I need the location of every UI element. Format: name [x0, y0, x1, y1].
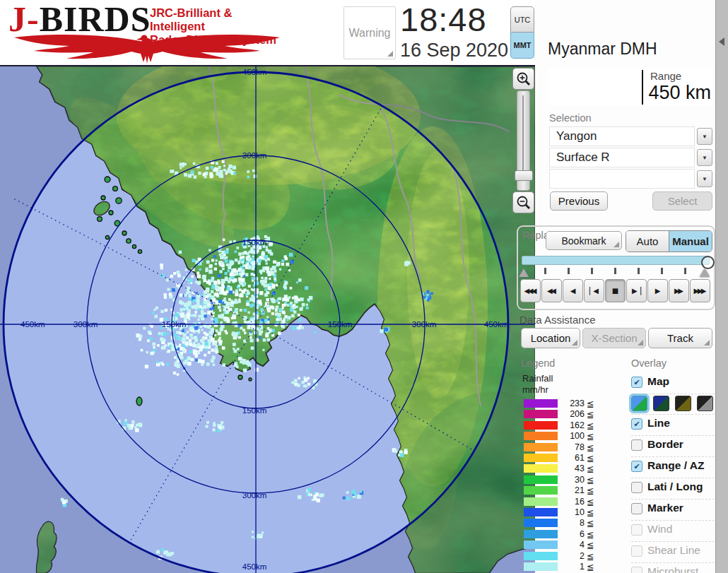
select-button[interactable]: Select	[652, 191, 712, 211]
legend-color-swatch	[524, 410, 558, 418]
map-style-swatch-2[interactable]	[653, 396, 669, 411]
range-ring-label: 300km	[412, 320, 437, 329]
corner-triangle-icon	[387, 51, 393, 57]
line-checkbox[interactable]: ✔	[631, 418, 642, 430]
legend-operator: ≦	[587, 475, 594, 485]
marker-checkbox[interactable]	[631, 503, 642, 514]
site-dropdown[interactable]: Yangon ▼	[549, 126, 712, 146]
extra-dropdown[interactable]: ▼	[549, 169, 712, 189]
data-assistance-label: Data Assistance	[519, 314, 596, 326]
skip-last-button[interactable]: ▶▶▶	[690, 279, 710, 302]
stop-button[interactable]: ■	[605, 279, 626, 302]
play-button[interactable]: ▶	[647, 279, 668, 302]
legend-value: 6	[559, 529, 585, 539]
lati-long-checkbox[interactable]	[631, 482, 642, 493]
legend-row: 10≦	[522, 508, 600, 517]
legend-color-swatch	[524, 540, 558, 549]
range-ring-label: 300km	[74, 320, 98, 329]
range-az-checkbox[interactable]: ✔	[631, 461, 642, 472]
overlay-row-marker[interactable]: Marker	[631, 499, 715, 520]
replay-slider[interactable]	[522, 254, 710, 278]
chevron-down-icon[interactable]: ▼	[697, 170, 712, 187]
legend-operator: ≦	[587, 518, 594, 528]
previous-button[interactable]: Previous	[550, 191, 608, 211]
location-button[interactable]: Location	[521, 328, 580, 348]
jbirds-app: J-BIRDS JRC-Brilliant & Intelligent Rada…	[0, 0, 728, 573]
legend-color-swatch	[524, 443, 558, 451]
range-ring-label: 150km	[328, 320, 353, 329]
radar-map[interactable]: 450km 300km 150km 150km 300km 450km 450k…	[0, 65, 535, 573]
legend-operator: ≦	[587, 453, 594, 463]
overlay-row-wind: Wind	[631, 520, 715, 541]
utc-toggle-button[interactable]: UTC	[510, 6, 534, 33]
rainfall-legend: Rainfall mm/hr 233≦206≦162≦100≦78≦61≦43≦…	[522, 373, 600, 396]
overlay-row-line[interactable]: ✔ Line	[631, 414, 715, 435]
legend-row: 162≦	[522, 421, 600, 430]
skip-first-button[interactable]: ◀◀◀	[520, 279, 541, 302]
legend-row: 16≦	[522, 497, 600, 507]
collapse-arrow-icon[interactable]	[719, 37, 724, 46]
overlay-row-map[interactable]: ✔ Map	[631, 373, 715, 394]
fast-rewind-button[interactable]: ◀◀	[541, 279, 562, 302]
range-ring-label: 450km	[242, 562, 267, 571]
bookmark-button[interactable]: Bookmark	[546, 231, 622, 250]
zoom-out-button[interactable]	[512, 191, 534, 213]
legend-row: 4≦	[522, 540, 600, 550]
zoom-in-button[interactable]	[512, 68, 534, 90]
map-style-swatch-1[interactable]	[631, 396, 647, 411]
slider-start-marker[interactable]	[519, 268, 529, 277]
legend-operator: ≦	[587, 442, 594, 453]
range-ring-label: 150km	[242, 406, 267, 415]
fast-forward-button[interactable]: ▶▶	[669, 279, 689, 302]
range-ring-label: 450km	[484, 320, 509, 329]
range-ring-label: 150km	[242, 238, 267, 247]
mmt-toggle-button[interactable]: MMT	[510, 33, 534, 59]
slider-end-marker[interactable]	[700, 268, 710, 277]
step-back-button[interactable]: ▏◀	[584, 279, 604, 302]
x-section-button[interactable]: X-Section	[582, 328, 646, 348]
manual-button[interactable]: Manual	[669, 231, 712, 252]
legend-color-swatch	[524, 530, 558, 538]
clock-time: 18:48	[400, 0, 506, 40]
range-value: 450 km	[648, 82, 711, 104]
play-reverse-button[interactable]: ◀	[563, 279, 583, 302]
step-forward-button[interactable]: ▶▕	[626, 279, 647, 302]
legend-row: 2≦	[522, 552, 600, 561]
zoom-slider[interactable]	[517, 90, 530, 191]
track-button[interactable]: Track	[648, 328, 712, 348]
legend-value: 61	[559, 453, 585, 463]
product-dropdown[interactable]: Surface R ▼	[549, 148, 712, 167]
radar-map-canvas: 450km 300km 150km 150km 300km 450km 450k…	[0, 66, 535, 573]
panel-splitter[interactable]	[715, 0, 728, 573]
overlay-row-range-az[interactable]: ✔ Range / AZ	[631, 456, 715, 478]
warning-button[interactable]: Warning	[344, 6, 396, 59]
chevron-down-icon[interactable]: ▼	[697, 128, 712, 145]
legend-unit: Rainfall mm/hr	[522, 373, 600, 396]
extra-dropdown-value[interactable]	[549, 169, 695, 189]
legend-operator: ≦	[587, 529, 594, 540]
clock: 18:48 16 Sep 2020	[400, 0, 506, 61]
product-dropdown-value[interactable]: Surface R	[549, 148, 695, 167]
map-style-swatch-4[interactable]	[697, 396, 713, 411]
replay-mode-toggle: Auto Manual	[626, 230, 712, 252]
overlay-row-lati-long[interactable]: Lati / Long	[631, 478, 715, 499]
border-checkbox[interactable]	[631, 439, 642, 451]
range-display: Range 450 km	[548, 69, 712, 106]
site-dropdown-value[interactable]: Yangon	[549, 126, 695, 146]
overlay-row-border[interactable]: Border	[631, 435, 715, 456]
map-checkbox[interactable]: ✔	[631, 377, 642, 388]
shear-line-checkbox	[631, 545, 642, 557]
map-style-swatch-3[interactable]	[675, 396, 691, 411]
zoom-slider-thumb[interactable]	[515, 170, 533, 181]
overlay-row-microburst: Microburst	[631, 562, 715, 573]
legend-color-swatch	[524, 508, 558, 516]
replay-slider-thumb[interactable]	[701, 256, 715, 269]
legend-row: 30≦	[522, 475, 600, 485]
replay-slider-track[interactable]	[522, 256, 710, 265]
chevron-down-icon[interactable]: ▼	[697, 149, 712, 166]
legend-color-swatch	[524, 421, 558, 430]
legend-row: 1≦	[522, 562, 600, 572]
eagle-icon	[10, 34, 284, 64]
auto-button[interactable]: Auto	[626, 231, 669, 252]
legend-color-swatch	[524, 432, 558, 440]
